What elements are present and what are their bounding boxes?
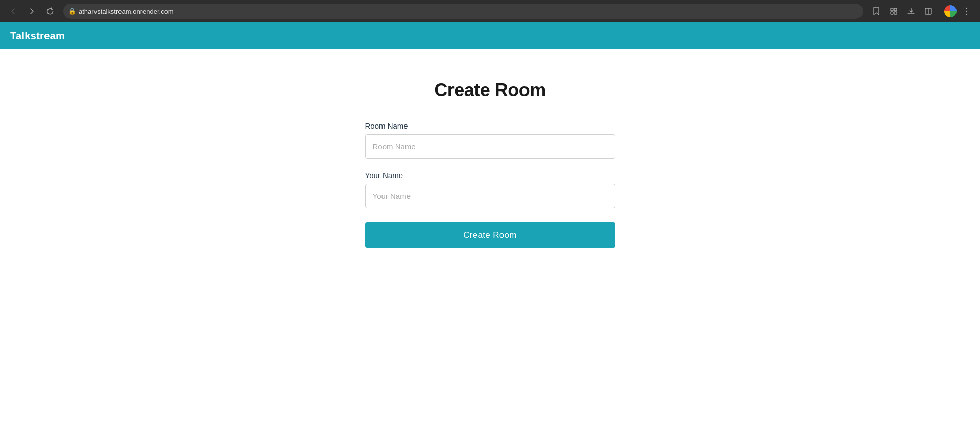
svg-rect-2 xyxy=(894,8,897,11)
create-room-button[interactable]: Create Room xyxy=(365,222,615,248)
svg-rect-4 xyxy=(894,12,897,14)
user-avatar[interactable] xyxy=(944,5,957,17)
browser-actions xyxy=(869,5,974,17)
bookmark-button[interactable] xyxy=(869,5,883,17)
room-name-group: Room Name xyxy=(365,121,615,159)
extensions-button[interactable] xyxy=(887,5,901,17)
svg-point-7 xyxy=(966,8,967,9)
browser-chrome: 🔒 xyxy=(0,0,980,22)
svg-marker-0 xyxy=(874,8,879,15)
secure-icon: 🔒 xyxy=(68,8,76,15)
your-name-label: Your Name xyxy=(365,171,615,180)
download-button[interactable] xyxy=(904,5,918,17)
chrome-divider xyxy=(940,6,940,16)
room-name-input[interactable] xyxy=(365,134,615,159)
main-content: Create Room Room Name Your Name Create R… xyxy=(0,49,980,425)
back-button[interactable] xyxy=(6,5,20,17)
svg-point-9 xyxy=(966,14,967,15)
app-header: Talkstream xyxy=(0,22,980,49)
your-name-group: Your Name xyxy=(365,171,615,208)
address-bar-input[interactable] xyxy=(63,4,863,19)
svg-rect-1 xyxy=(891,8,893,11)
reload-button[interactable] xyxy=(43,5,57,17)
chrome-menu-button[interactable] xyxy=(960,5,974,17)
your-name-input[interactable] xyxy=(365,184,615,208)
room-name-label: Room Name xyxy=(365,121,615,130)
app-logo[interactable]: Talkstream xyxy=(10,30,65,42)
svg-rect-3 xyxy=(891,12,893,14)
form-container: Room Name Your Name Create Room xyxy=(365,121,615,248)
address-bar-wrapper: 🔒 xyxy=(63,4,863,19)
forward-button[interactable] xyxy=(25,5,39,17)
page-title: Create Room xyxy=(434,80,546,101)
split-view-button[interactable] xyxy=(921,5,936,17)
svg-point-8 xyxy=(966,11,967,12)
